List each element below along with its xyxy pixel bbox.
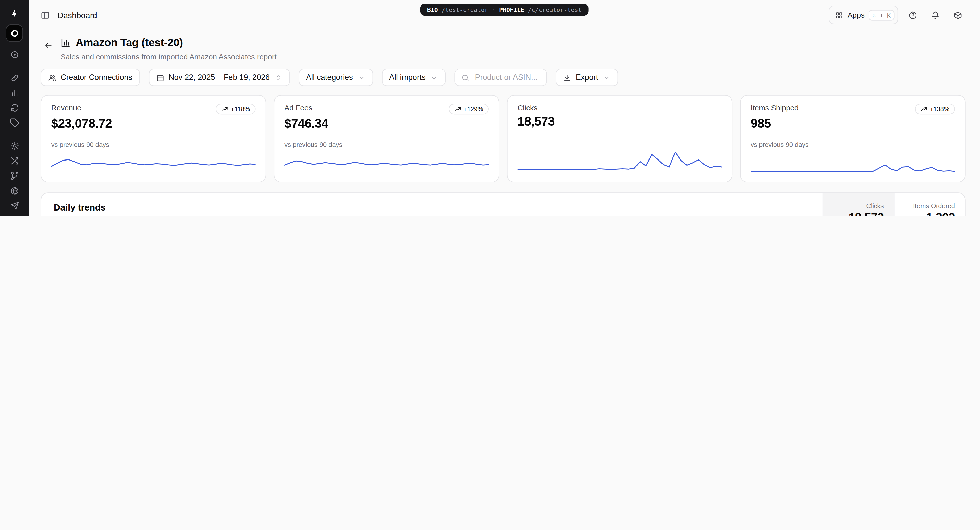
sidebar-item-automations[interactable] <box>5 153 24 168</box>
sidebar-item-settings[interactable] <box>5 138 24 153</box>
daily-trends-title: Daily trends <box>54 202 239 212</box>
imports-select[interactable]: All imports <box>382 68 445 86</box>
help-button[interactable] <box>904 7 921 23</box>
download-icon <box>563 73 571 82</box>
bar-chart-icon <box>10 88 19 97</box>
export-label: Export <box>576 73 598 82</box>
refresh-icon <box>10 103 19 112</box>
users-icon <box>48 73 56 82</box>
toggle-label: Clicks <box>866 202 884 209</box>
record-circle-icon <box>11 30 18 37</box>
search-icon <box>461 73 469 82</box>
arrow-left-icon <box>43 40 53 50</box>
sidebar-item-analytics[interactable] <box>5 85 24 100</box>
sidebar-item-tags[interactable] <box>5 115 24 130</box>
stat-card-clicks: Clicks 18,573 <box>507 95 732 183</box>
trend-badge-value: +129% <box>463 106 483 113</box>
search-input[interactable] <box>474 72 540 83</box>
stat-label: Items Shipped <box>751 104 799 113</box>
active-app-tile[interactable] <box>6 24 23 42</box>
chevron-down-icon <box>603 73 611 82</box>
trending-up-icon <box>454 106 461 113</box>
sparkline-svg <box>284 153 489 174</box>
sparkline-svg <box>51 153 256 174</box>
page-subtitle: Sales and commissions from imported Amaz… <box>61 53 277 61</box>
chevron-down-icon <box>357 73 366 82</box>
stat-compare: vs previous 90 days <box>284 141 489 148</box>
toggle-value: 18,573 <box>849 210 884 216</box>
date-range-picker[interactable]: Nov 22, 2025 – Feb 19, 2026 <box>148 68 290 86</box>
trending-up-icon <box>221 106 228 113</box>
link-icon <box>10 73 19 82</box>
bell-icon <box>930 10 940 20</box>
page-content: Amazon Tag (test-20) Sales and commissio… <box>29 36 980 216</box>
daily-trends-subtitle: Clicks and items ordered over time (from… <box>54 215 239 216</box>
toggle-items-ordered[interactable]: Items Ordered 1,392 <box>894 193 965 216</box>
git-branch-icon <box>10 171 19 180</box>
sidebar-item-flows[interactable] <box>5 168 24 183</box>
items-shipped-sparkline <box>751 153 955 174</box>
sidebar-item-links[interactable] <box>5 70 24 85</box>
creator-connections-label: Creator Connections <box>61 73 132 82</box>
globe-icon <box>10 186 19 196</box>
profile-value: /c/creator-test <box>528 6 582 13</box>
stat-label: Ad Fees <box>284 104 312 113</box>
trend-badge: +129% <box>449 104 489 115</box>
box-icon <box>953 10 962 20</box>
stat-label: Clicks <box>517 104 538 113</box>
categories-select[interactable]: All categories <box>299 68 373 86</box>
sidebar-item-discover[interactable] <box>5 47 24 62</box>
send-icon <box>10 201 19 210</box>
shuffle-icon <box>10 156 19 166</box>
context-badge[interactable]: BIO /test-creator · PROFILE /c/creator-t… <box>420 4 589 16</box>
stat-value: $746.34 <box>284 116 489 131</box>
trend-badge: +138% <box>915 104 955 115</box>
categories-value: All categories <box>306 73 353 82</box>
stat-value: $23,078.72 <box>51 116 256 131</box>
sidebar-item-campaigns[interactable] <box>5 198 24 213</box>
chevron-down-icon <box>430 73 438 82</box>
brand-logo-icon[interactable] <box>10 7 19 20</box>
clicks-sparkline <box>517 141 722 173</box>
breadcrumb-page: Dashboard <box>57 10 97 20</box>
profile-label: PROFILE <box>499 6 524 13</box>
stat-card-items-shipped: Items Shipped +138% 985 vs previous 90 d… <box>740 95 966 183</box>
inbox-button[interactable] <box>950 7 966 23</box>
main-area: Dashboard BIO /test-creator · PROFILE /c… <box>29 0 980 216</box>
sidebar-item-web[interactable] <box>5 183 24 198</box>
sparkline-svg <box>751 153 955 174</box>
trending-up-icon <box>920 106 927 113</box>
export-button[interactable]: Export <box>555 68 618 86</box>
tag-icon <box>10 118 19 127</box>
stat-compare: vs previous 90 days <box>751 141 955 148</box>
toggle-label: Items Ordered <box>913 202 955 209</box>
panel-left-icon <box>41 10 50 20</box>
sidebar-item-sync[interactable] <box>5 100 24 115</box>
stat-cards: Revenue +118% $23,078.72 vs previous 90 … <box>41 95 966 183</box>
bio-value: /test-creator <box>442 6 488 13</box>
stat-value: 18,573 <box>517 114 722 129</box>
back-button[interactable] <box>41 38 56 53</box>
stat-label: Revenue <box>51 104 81 113</box>
metric-toggles: Clicks 18,573 Items Ordered 1,392 <box>822 193 965 216</box>
filter-bar: Creator Connections Nov 22, 2025 – Feb 1… <box>41 68 966 86</box>
help-circle-icon <box>908 10 917 20</box>
notifications-button[interactable] <box>927 7 943 23</box>
page-title: Amazon Tag (test-20) <box>76 36 183 49</box>
toggle-value: 1,392 <box>926 210 955 216</box>
apps-shortcut: ⌘ + K <box>869 10 894 21</box>
toggle-clicks[interactable]: Clicks 18,573 <box>822 193 894 216</box>
stat-compare: vs previous 90 days <box>51 141 256 148</box>
sidebar-toggle-button[interactable] <box>41 10 50 20</box>
stat-card-ad-fees: Ad Fees +129% $746.34 vs previous 90 day… <box>274 95 500 183</box>
creator-connections-button[interactable]: Creator Connections <box>41 68 140 86</box>
sidebar <box>0 0 29 216</box>
stat-value: 985 <box>751 116 955 131</box>
gear-icon <box>10 141 19 150</box>
ad-fees-sparkline <box>284 153 489 174</box>
sparkline-svg <box>517 141 722 173</box>
imports-value: All imports <box>389 73 426 82</box>
apps-button[interactable]: Apps ⌘ + K <box>829 6 898 24</box>
trend-badge: +118% <box>216 104 256 115</box>
app-viewport: Dashboard BIO /test-creator · PROFILE /c… <box>0 0 980 216</box>
